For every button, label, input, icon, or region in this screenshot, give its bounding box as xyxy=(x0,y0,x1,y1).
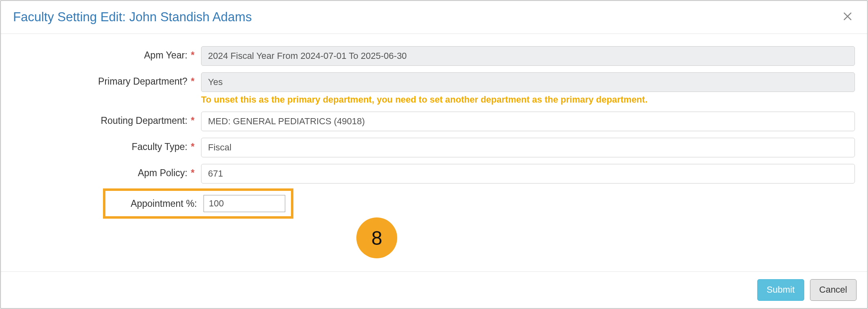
close-icon[interactable] xyxy=(840,10,855,25)
primary-dept-help: To unset this as the primary department,… xyxy=(201,94,855,105)
label-routing-dept: Routing Department: * xyxy=(13,112,201,126)
modal-footer: Submit Cancel xyxy=(1,271,867,308)
apm-year-field: 2024 Fiscal Year From 2024-07-01 To 2025… xyxy=(201,46,855,66)
row-apm-policy: Apm Policy: * 671 xyxy=(13,164,855,184)
faculty-type-select[interactable]: Fiscal xyxy=(201,138,855,157)
label-faculty-type: Faculty Type: * xyxy=(13,138,201,152)
required-marker: * xyxy=(191,141,195,152)
label-apm-year: Apm Year: * xyxy=(13,46,201,61)
modal-header: Faculty Setting Edit: John Standish Adam… xyxy=(1,1,867,34)
required-marker: * xyxy=(191,168,195,178)
appointment-pct-input[interactable] xyxy=(204,195,285,212)
faculty-setting-modal: Faculty Setting Edit: John Standish Adam… xyxy=(0,0,868,309)
required-marker: * xyxy=(191,76,195,87)
label-primary-dept: Primary Department? * xyxy=(13,72,201,87)
modal-title: Faculty Setting Edit: John Standish Adam… xyxy=(13,10,252,25)
cancel-button[interactable]: Cancel xyxy=(810,279,857,301)
modal-body: Apm Year: * 2024 Fiscal Year From 2024-0… xyxy=(1,34,867,271)
row-routing-dept: Routing Department: * MED: GENERAL PEDIA… xyxy=(13,112,855,131)
label-apm-policy: Apm Policy: * xyxy=(13,164,201,179)
row-primary-dept: Primary Department? * Yes To unset this … xyxy=(13,72,855,105)
row-apm-year: Apm Year: * 2024 Fiscal Year From 2024-0… xyxy=(13,46,855,66)
primary-dept-field: Yes xyxy=(201,72,855,92)
apm-policy-select[interactable]: 671 xyxy=(201,164,855,184)
required-marker: * xyxy=(191,50,195,60)
row-faculty-type: Faculty Type: * Fiscal xyxy=(13,138,855,157)
step-callout-badge: 8 xyxy=(356,217,397,258)
appointment-highlight: Appointment %: xyxy=(103,188,293,219)
submit-button[interactable]: Submit xyxy=(757,279,804,301)
required-marker: * xyxy=(191,115,195,126)
routing-dept-select[interactable]: MED: GENERAL PEDIATRICS (49018) xyxy=(201,112,855,131)
label-appointment-pct: Appointment %: xyxy=(105,198,204,209)
